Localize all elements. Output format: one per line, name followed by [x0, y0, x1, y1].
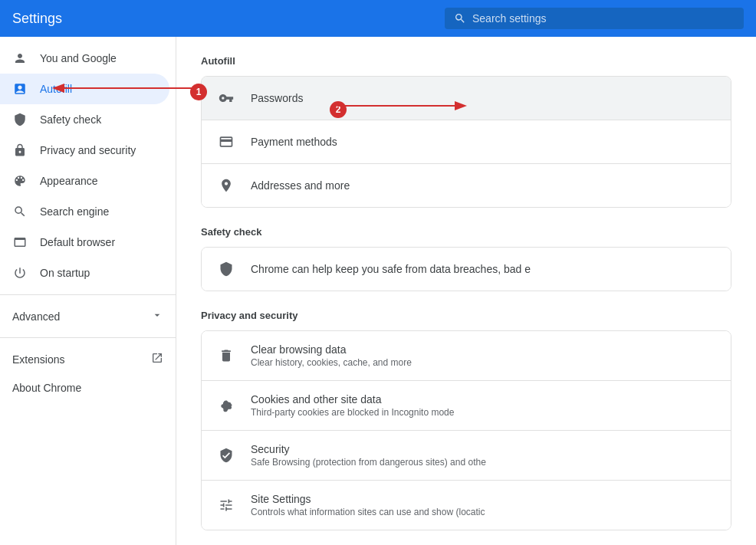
card-title-safety-check: Chrome can help keep you safe from data … [251, 263, 715, 275]
card-text-addresses: Addresses and more [251, 179, 715, 192]
external-link-icon [151, 352, 163, 366]
sidebar-item-appearance[interactable]: Appearance [0, 166, 169, 196]
search-icon [454, 12, 466, 25]
card-title-cookies: Cookies and other site data [251, 393, 715, 405]
card-text-passwords: Passwords [251, 92, 715, 104]
person-icon [12, 51, 28, 66]
card-subtitle-security: Safe Browsing (protection from dangerous… [251, 457, 715, 468]
sidebar-item-label: Appearance [40, 175, 98, 187]
card-text-payment: Payment methods [251, 136, 715, 148]
card-title-passwords: Passwords [251, 92, 715, 104]
palette-icon [12, 173, 28, 189]
card-text-site-settings: Site Settings Controls what information … [251, 493, 715, 517]
main-content: Autofill Passwords Payment methods [176, 37, 756, 545]
delete-icon [217, 346, 235, 365]
card-item-security[interactable]: Security Safe Browsing (protection from … [202, 431, 731, 481]
advanced-label: Advanced [12, 310, 60, 323]
autofill-section-title: Autofill [201, 55, 731, 70]
sidebar-item-label: On startup [40, 267, 90, 279]
key-icon [217, 89, 235, 107]
location-icon [217, 176, 235, 195]
sidebar-item-autofill[interactable]: Autofill [0, 74, 169, 104]
card-title-payment: Payment methods [251, 136, 715, 148]
autofill-card-list: Passwords Payment methods Addresses and … [201, 76, 731, 208]
sidebar-advanced[interactable]: Advanced [0, 301, 176, 331]
card-item-safety-check[interactable]: Chrome can help keep you safe from data … [202, 248, 731, 291]
card-title-site-settings: Site Settings [251, 493, 715, 505]
sidebar-item-label: Autofill [40, 83, 72, 95]
card-title-security: Security [251, 443, 715, 455]
about-label: About Chrome [12, 382, 81, 394]
search-bar[interactable] [445, 8, 744, 29]
sidebar-item-label: Safety check [40, 113, 101, 126]
card-item-payment[interactable]: Payment methods [202, 120, 731, 164]
sidebar-divider [0, 294, 176, 295]
card-subtitle-site-settings: Controls what information sites can use … [251, 507, 715, 517]
sidebar-item-safety-check[interactable]: Safety check [0, 104, 169, 135]
main-layout: You and Google Autofill Safety check Pri… [0, 37, 756, 545]
sidebar-item-label: Default browser [40, 236, 115, 248]
sidebar-divider-2 [0, 337, 176, 338]
privacy-card-list: Clear browsing data Clear history, cooki… [201, 330, 731, 530]
cookie-icon [217, 396, 235, 415]
sidebar-extensions[interactable]: Extensions [0, 344, 176, 374]
card-item-site-settings[interactable]: Site Settings Controls what information … [202, 481, 731, 530]
header: Settings [0, 0, 756, 37]
lock-icon [12, 143, 28, 158]
sidebar-item-you-and-google[interactable]: You and Google [0, 43, 169, 74]
shield-icon [12, 112, 28, 127]
card-item-passwords[interactable]: Passwords [202, 77, 731, 120]
safety-check-section-title: Safety check [201, 226, 731, 241]
sidebar: You and Google Autofill Safety check Pri… [0, 37, 176, 545]
sidebar-item-on-startup[interactable]: On startup [0, 258, 169, 288]
extensions-label: Extensions [12, 353, 139, 366]
card-title-clear-browsing: Clear browsing data [251, 343, 715, 356]
sidebar-item-label: Search engine [40, 205, 109, 218]
card-text-security: Security Safe Browsing (protection from … [251, 443, 715, 468]
card-item-addresses[interactable]: Addresses and more [202, 164, 731, 207]
sidebar-item-label: Privacy and security [40, 144, 136, 156]
search-input[interactable] [472, 12, 735, 25]
card-subtitle-clear-browsing: Clear history, cookies, cache, and more [251, 357, 715, 368]
sidebar-about-chrome[interactable]: About Chrome [0, 374, 176, 402]
card-text-cookies: Cookies and other site data Third-party … [251, 393, 715, 418]
page-title: Settings [12, 11, 445, 27]
power-icon [12, 265, 28, 281]
card-text-safety-check: Chrome can help keep you safe from data … [251, 263, 715, 275]
safety-shield-icon [217, 260, 235, 278]
card-text-clear-browsing: Clear browsing data Clear history, cooki… [251, 343, 715, 368]
sidebar-item-label: You and Google [40, 52, 117, 64]
shield-check-icon [217, 446, 235, 465]
credit-card-icon [217, 133, 235, 151]
browser-icon [12, 235, 28, 250]
sidebar-item-search-engine[interactable]: Search engine [0, 196, 169, 227]
card-item-clear-browsing[interactable]: Clear browsing data Clear history, cooki… [202, 331, 731, 381]
privacy-section-title: Privacy and security [201, 310, 731, 324]
search-engine-icon [12, 204, 28, 219]
card-subtitle-cookies: Third-party cookies are blocked in Incog… [251, 407, 715, 418]
sidebar-item-privacy[interactable]: Privacy and security [0, 135, 169, 166]
sliders-icon [217, 496, 235, 514]
card-title-addresses: Addresses and more [251, 179, 715, 192]
chevron-down-icon [151, 309, 163, 323]
safety-check-card-list: Chrome can help keep you safe from data … [201, 247, 731, 291]
sidebar-item-default-browser[interactable]: Default browser [0, 227, 169, 258]
autofill-icon [12, 81, 28, 97]
card-item-cookies[interactable]: Cookies and other site data Third-party … [202, 381, 731, 431]
